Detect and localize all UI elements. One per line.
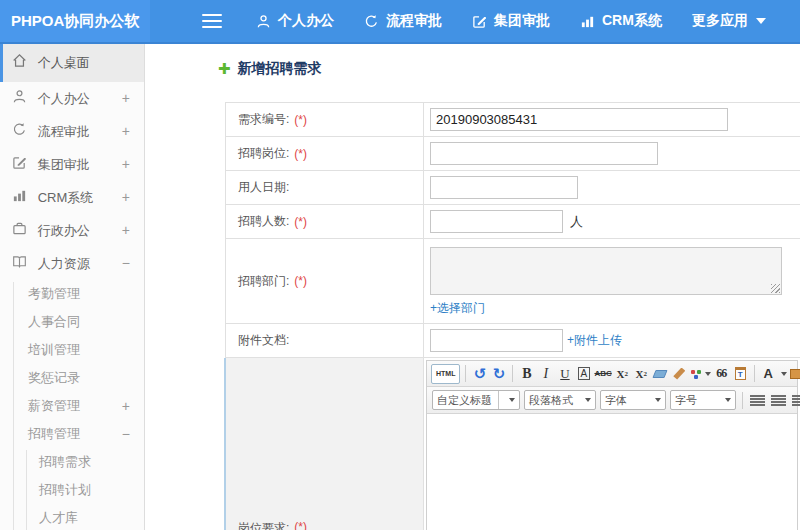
sidebar-item-recruit-plan[interactable]: 招聘计划 bbox=[0, 476, 144, 504]
department-textarea[interactable] bbox=[430, 247, 782, 295]
position-input[interactable] bbox=[430, 142, 658, 165]
nav-personal-office[interactable]: 个人办公 bbox=[256, 12, 334, 30]
expand-toggle[interactable]: + bbox=[122, 214, 130, 247]
bar-chart-icon bbox=[580, 14, 595, 29]
undo-icon[interactable]: ↺ bbox=[471, 364, 488, 384]
image-icon[interactable] bbox=[788, 364, 800, 384]
expand-toggle[interactable]: + bbox=[122, 181, 130, 214]
nav-more-apps[interactable]: 更多应用 bbox=[692, 12, 766, 30]
select-department-link[interactable]: +选择部门 bbox=[430, 300, 485, 317]
sidebar-item-personal-office[interactable]: 个人办公 + bbox=[0, 82, 144, 115]
required-marker: (*) bbox=[294, 147, 307, 161]
expand-toggle[interactable]: + bbox=[122, 148, 130, 181]
sidebar-item-talent-pool[interactable]: 人才库 bbox=[0, 504, 144, 530]
nav-crm-system[interactable]: CRM系统 bbox=[580, 12, 662, 30]
sidebar-item-recruit-request[interactable]: 招聘需求 bbox=[0, 448, 144, 476]
sidebar-item-salary[interactable]: 薪资管理 + bbox=[0, 392, 144, 420]
hire-date-input[interactable] bbox=[430, 176, 578, 199]
edit-square-icon bbox=[472, 14, 487, 29]
attachment-input[interactable] bbox=[430, 329, 563, 352]
field-label: 附件文档: bbox=[226, 324, 423, 357]
field-value: +附件上传 bbox=[423, 324, 800, 357]
field-label: 岗位要求: (*) bbox=[226, 358, 423, 530]
custom-title-dropdown[interactable]: 自定义标题 bbox=[432, 390, 520, 410]
app-window: PHPOA协同办公软件 个人办公 流程审批 bbox=[0, 0, 800, 530]
field-value: +选择部门 bbox=[423, 239, 800, 323]
caret-down-icon bbox=[509, 398, 515, 402]
field-value: HTML ↺ ↻ B I U A ABC X2 X2 bbox=[423, 358, 800, 530]
headcount-input[interactable] bbox=[430, 210, 563, 233]
expand-toggle[interactable]: + bbox=[122, 115, 130, 148]
superscript-button[interactable]: X2 bbox=[614, 364, 631, 384]
bold-button[interactable]: B bbox=[518, 364, 535, 384]
sidebar-item-training[interactable]: 培训管理 bbox=[0, 336, 144, 364]
required-marker: (*) bbox=[294, 113, 307, 127]
form-row-attachment: 附件文档: +附件上传 bbox=[226, 324, 800, 358]
align-right-icon[interactable] bbox=[792, 395, 800, 406]
briefcase-icon bbox=[12, 215, 34, 248]
hr-submenu: 考勤管理 人事合同 培训管理 奖惩记录 薪资管理 + 招聘管理 − 招聘需求 bbox=[0, 280, 144, 530]
field-label: 需求编号: (*) bbox=[226, 103, 423, 136]
rich-text-editor: HTML ↺ ↻ B I U A ABC X2 X2 bbox=[426, 360, 798, 530]
blockquote-button[interactable]: 66 bbox=[713, 364, 730, 384]
sidebar-item-group-approval[interactable]: 集团审批 + bbox=[0, 148, 144, 181]
app-logo: PHPOA协同办公软件 bbox=[0, 0, 150, 42]
request-number-input[interactable] bbox=[430, 108, 728, 131]
sidebar-item-hr[interactable]: 人力资源 − bbox=[0, 247, 144, 280]
form-row-job-requirement: 岗位要求: (*) HTML ↺ ↻ B I U bbox=[224, 358, 800, 530]
expand-toggle[interactable]: + bbox=[122, 82, 130, 115]
sidebar-item-recruitment[interactable]: 招聘管理 − bbox=[0, 420, 144, 448]
field-value: 人 bbox=[423, 205, 800, 238]
main-content: ✚ 新增招聘需求 需求编号: (*) 招聘岗位: (*) bbox=[145, 44, 800, 530]
required-marker: (*) bbox=[294, 274, 307, 288]
format-brush-icon[interactable] bbox=[671, 364, 688, 384]
collapse-toggle[interactable]: − bbox=[122, 247, 130, 280]
hamburger-menu-icon[interactable] bbox=[202, 14, 222, 28]
attachment-upload-link[interactable]: +附件上传 bbox=[567, 332, 622, 349]
caret-down-icon[interactable] bbox=[781, 372, 787, 376]
italic-button[interactable]: I bbox=[537, 364, 554, 384]
sidebar-item-hr-contract[interactable]: 人事合同 bbox=[0, 308, 144, 336]
font-color-button[interactable]: A bbox=[760, 364, 777, 384]
redo-icon[interactable]: ↻ bbox=[490, 364, 507, 384]
sidebar-item-workflow-approval[interactable]: 流程审批 + bbox=[0, 115, 144, 148]
subscript-button[interactable]: X2 bbox=[633, 364, 650, 384]
font-size-dropdown[interactable]: 字号 bbox=[670, 390, 736, 410]
paragraph-format-dropdown[interactable]: 段落格式 bbox=[524, 390, 596, 410]
edit-square-icon bbox=[12, 149, 34, 182]
toolbar-separator bbox=[754, 365, 755, 382]
sidebar-item-attendance[interactable]: 考勤管理 bbox=[0, 280, 144, 308]
paste-icon[interactable]: T bbox=[732, 364, 749, 384]
sidebar-item-crm[interactable]: CRM系统 + bbox=[0, 181, 144, 214]
color-palette-icon[interactable] bbox=[690, 364, 711, 384]
strikethrough-button[interactable]: ABC bbox=[594, 364, 611, 384]
nav-workflow-approval[interactable]: 流程审批 bbox=[364, 12, 442, 30]
sidebar-item-personal-desktop[interactable]: 个人桌面 bbox=[0, 44, 144, 82]
expand-toggle[interactable]: + bbox=[122, 392, 130, 420]
toolbar-separator bbox=[742, 392, 743, 409]
editor-toolbar-row1: HTML ↺ ↻ B I U A ABC X2 X2 bbox=[427, 361, 797, 387]
sidebar-item-administration[interactable]: 行政办公 + bbox=[0, 214, 144, 247]
font-family-dropdown[interactable]: 字体 bbox=[600, 390, 666, 410]
collapse-toggle[interactable]: − bbox=[122, 420, 130, 448]
html-source-button[interactable]: HTML bbox=[431, 364, 460, 384]
top-header: PHPOA协同办公软件 个人办公 流程审批 bbox=[0, 0, 800, 44]
nav-group-approval[interactable]: 集团审批 bbox=[472, 12, 550, 30]
font-style-button[interactable]: A bbox=[578, 367, 591, 380]
field-value bbox=[423, 137, 800, 170]
editor-content-area[interactable] bbox=[427, 414, 797, 530]
sidebar-item-rewards[interactable]: 奖惩记录 bbox=[0, 364, 144, 392]
toolbar-separator bbox=[512, 365, 513, 382]
align-center-icon[interactable] bbox=[771, 395, 786, 406]
caret-down-icon bbox=[585, 398, 591, 402]
top-navigation: 个人办公 流程审批 集团审批 bbox=[256, 12, 796, 30]
align-left-icon[interactable] bbox=[750, 395, 765, 406]
eraser-icon[interactable] bbox=[652, 364, 669, 384]
form-row-headcount: 招聘人数: (*) 人 bbox=[226, 205, 800, 239]
page-title: ✚ 新增招聘需求 bbox=[218, 60, 800, 78]
recruitment-request-form: 需求编号: (*) 招聘岗位: (*) 用人日期: bbox=[225, 102, 800, 530]
toolbar-separator bbox=[465, 365, 466, 382]
underline-button[interactable]: U bbox=[556, 364, 573, 384]
green-plus-icon: ✚ bbox=[218, 60, 231, 78]
form-row-position: 招聘岗位: (*) bbox=[226, 137, 800, 171]
